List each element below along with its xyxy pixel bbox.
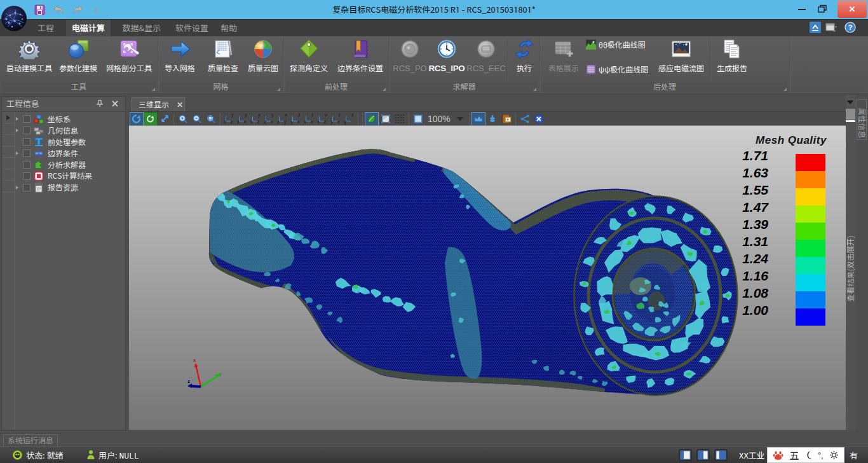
svg-text:x: x xyxy=(193,357,196,363)
svg-text:y: y xyxy=(219,370,222,377)
svg-text:z: z xyxy=(187,378,190,384)
svg-text:?: ? xyxy=(848,24,853,31)
